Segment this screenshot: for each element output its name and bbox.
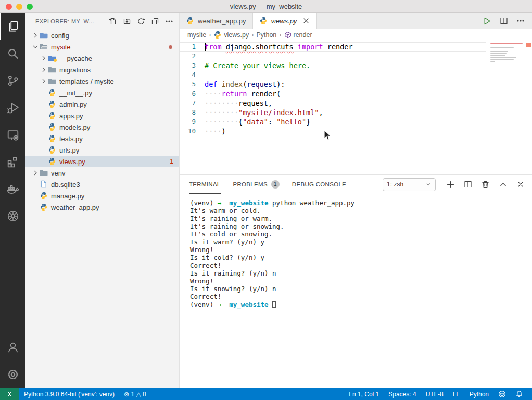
tree-item-admin-py[interactable]: admin.py [25, 98, 179, 110]
line-number: 6 [180, 89, 205, 98]
terminal-shell-select[interactable]: 1: zsh [383, 178, 436, 191]
split-editor-button[interactable] [500, 17, 508, 25]
activity-extensions[interactable] [0, 148, 25, 176]
code-line-1[interactable]: 1from django.shortcuts import render [180, 42, 486, 52]
code-text: ····return render( [205, 89, 281, 98]
tree-item-config[interactable]: config [25, 30, 179, 41]
panel-tab-terminal[interactable]: TERMINAL [189, 175, 221, 194]
activity-run-debug[interactable] [0, 94, 25, 121]
status-left: Python 3.9.0 64-bit ('venv': venv)⊗ 1 △ … [0, 388, 151, 400]
maximize-panel-button[interactable] [499, 180, 508, 189]
traffic-lights [6, 4, 33, 10]
code-line-5[interactable]: 5def index(request): [180, 80, 486, 89]
new-file-button[interactable] [108, 17, 118, 26]
tree-item-label: urls.py [59, 146, 79, 154]
close-panel-button[interactable] [516, 180, 525, 189]
terminal-line: (venv) → my_website [190, 301, 532, 308]
more-editor-actions-button[interactable] [516, 17, 525, 25]
tree-item-mysite[interactable]: mysite [25, 41, 179, 53]
activity-remote-explorer[interactable] [0, 121, 25, 148]
tree-item--pycache-[interactable]: __pycache__ [25, 53, 179, 64]
folder-icon [40, 169, 48, 177]
status-notifications[interactable] [511, 388, 528, 400]
panel-tab-debug-console[interactable]: DEBUG CONSOLE [292, 175, 346, 194]
minimap-line [490, 53, 507, 54]
collapse-folders-button[interactable] [150, 17, 160, 26]
mouse-cursor [323, 130, 332, 141]
tree-item-migrations[interactable]: migrations [25, 64, 179, 76]
new-terminal-button[interactable] [446, 180, 455, 189]
status-indentation[interactable]: Spaces: 4 [384, 388, 421, 400]
activity-accounts[interactable] [0, 334, 25, 361]
status-label: Python 3.9.0 64-bit ('venv': venv) [24, 391, 115, 398]
tree-item-urls-py[interactable]: urls.py [25, 144, 179, 156]
breadcrumb-item-python[interactable]: Python [256, 31, 276, 39]
line-number: 7 [180, 98, 205, 108]
code-line-9[interactable]: 9········{"data": "hello"} [180, 117, 486, 127]
activity-search[interactable] [0, 40, 25, 67]
chevron-up-icon [499, 180, 508, 189]
panel-tab-label: TERMINAL [189, 181, 221, 188]
status-language-mode[interactable]: Python [465, 388, 493, 400]
code-editor[interactable]: 1from django.shortcuts import render23# … [180, 41, 532, 174]
status-label: LF [453, 391, 460, 398]
tree-item-weather-app-py[interactable]: weather_app.py [25, 202, 179, 213]
status-eol-sequence[interactable]: LF [448, 388, 465, 400]
status-encoding[interactable]: UTF-8 [421, 388, 448, 400]
tab-views-py[interactable]: views.py [253, 13, 318, 29]
status-python-interpreter[interactable]: Python 3.9.0 64-bit ('venv': venv) [19, 388, 119, 400]
tree-item-templates-mysite[interactable]: templates / mysite [25, 76, 179, 87]
activity-kubernetes[interactable] [0, 203, 25, 230]
code-line-7[interactable]: 7········request, [180, 98, 486, 108]
tree-item-models-py[interactable]: models.py [25, 121, 179, 133]
terminal-line: Is it warm? (y/n) y [190, 238, 532, 246]
tree-item-db-sqlite3[interactable]: db.sqlite3 [25, 179, 179, 190]
code-line-10[interactable]: 10····) [180, 127, 486, 136]
activity-source-control[interactable] [0, 67, 25, 94]
tree-item-tests-py[interactable]: tests.py [25, 133, 179, 144]
minimap[interactable] [490, 43, 524, 64]
tree-item--init-py[interactable]: __init__.py [25, 87, 179, 98]
chevron-right-icon [31, 31, 40, 40]
status-problems-summary[interactable]: ⊗ 1 △ 0 [119, 388, 151, 400]
zoom-window-button[interactable] [27, 4, 33, 10]
new-folder-button[interactable] [122, 17, 132, 26]
code-line-8[interactable]: 8········"mysite/index.html", [180, 108, 486, 117]
code-line-4[interactable]: 4 [180, 70, 486, 80]
panel-tab-label: PROBLEMS [233, 181, 268, 188]
breadcrumb-item-mysite[interactable]: mysite [187, 31, 206, 39]
breadcrumb-label: views.py [224, 31, 249, 39]
activity-explorer[interactable] [0, 13, 25, 40]
panel-tab-problems[interactable]: PROBLEMS1 [233, 175, 280, 194]
run-python-file-button[interactable] [483, 17, 491, 26]
close-window-button[interactable] [6, 4, 12, 10]
status-feedback[interactable] [493, 388, 511, 400]
activity-docker[interactable] [0, 176, 25, 203]
close-icon [516, 180, 525, 189]
status-cursor-position[interactable]: Ln 1, Col 1 [344, 388, 384, 400]
code-line-2[interactable]: 2 [180, 52, 486, 61]
terminal-line: It's raining or warm. [190, 215, 532, 222]
code-line-3[interactable]: 3# Create your views here. [180, 61, 486, 70]
kill-terminal-button[interactable] [481, 180, 490, 189]
tree-item-manage-py[interactable]: manage.py [25, 190, 179, 202]
tab-weather-app-py[interactable]: weather_app.py [180, 13, 253, 29]
tree-item-label: weather_app.py [51, 204, 99, 211]
activity-settings[interactable] [0, 361, 25, 388]
close-tab-icon[interactable] [302, 17, 310, 25]
minimize-window-button[interactable] [16, 4, 22, 10]
source-control-icon [7, 74, 19, 87]
breadcrumb-item-render[interactable]: render [284, 31, 312, 39]
status-remote-indicator[interactable] [0, 388, 19, 400]
tree-item-label: templates / mysite [59, 78, 114, 85]
tree-item-apps-py[interactable]: apps.py [25, 110, 179, 121]
terminal-output[interactable]: (venv) → my_website python weather_app.p… [180, 194, 532, 308]
breadcrumb-item-views-py[interactable]: views.py [213, 31, 249, 39]
code-line-6[interactable]: 6····return render( [180, 89, 486, 98]
status-right: Ln 1, Col 1Spaces: 4UTF-8LFPython [344, 388, 532, 400]
tree-item-venv[interactable]: venv [25, 167, 179, 179]
more-actions-button[interactable] [164, 17, 174, 26]
tree-item-views-py[interactable]: views.py1 [25, 156, 179, 167]
refresh-explorer-button[interactable] [136, 17, 146, 26]
split-terminal-button[interactable] [464, 180, 472, 189]
